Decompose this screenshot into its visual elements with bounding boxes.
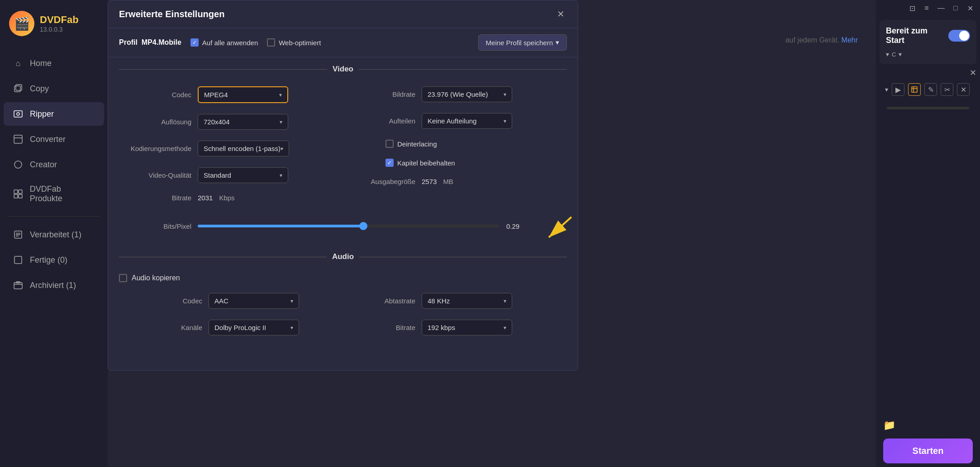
output-size-value: 2573 bbox=[422, 178, 437, 185]
sample-rate-row: Abtastrate 48 KHz ▾ bbox=[343, 288, 556, 314]
sidebar-item-copy-label: Copy bbox=[30, 84, 49, 94]
split-arrow-icon: ▾ bbox=[504, 118, 506, 124]
scissor-button[interactable]: ✂ bbox=[941, 83, 953, 96]
ripper-icon bbox=[13, 108, 24, 119]
close-button[interactable]: ✕ bbox=[966, 4, 975, 13]
products-icon bbox=[13, 189, 24, 199]
audio-bitrate-row: Bitrate 192 kbps ▾ bbox=[343, 314, 556, 341]
audio-bitrate-select[interactable]: 192 kbps ▾ bbox=[422, 320, 512, 335]
channels-select[interactable]: Dolby ProLogic II ▾ bbox=[209, 320, 299, 335]
right-panel-header: ⊡ ≡ — □ ✕ bbox=[876, 0, 980, 16]
svg-rect-8 bbox=[19, 190, 22, 193]
channels-arrow-icon: ▾ bbox=[290, 325, 293, 331]
audio-codec-arrow-icon: ▾ bbox=[290, 298, 293, 304]
converter-icon bbox=[13, 134, 24, 145]
sidebar-item-fertige-label: Fertige (0) bbox=[30, 255, 67, 265]
chapters-checkbox-box[interactable] bbox=[385, 159, 394, 167]
sidebar-item-home[interactable]: ⌂ Home bbox=[4, 52, 104, 75]
audio-codec-label: Codec bbox=[130, 297, 202, 305]
apply-all-checkbox[interactable]: Auf alle anwenden bbox=[190, 38, 258, 47]
audio-copy-checkbox-box[interactable] bbox=[119, 274, 127, 282]
logo-icon: 🎬 bbox=[9, 11, 34, 36]
svg-rect-7 bbox=[14, 190, 18, 193]
sidebar-item-converter-label: Converter bbox=[30, 135, 66, 144]
ready-toggle[interactable] bbox=[948, 30, 970, 42]
finished-icon bbox=[13, 255, 24, 265]
sidebar-item-creator[interactable]: Creator bbox=[4, 153, 104, 176]
sidebar-divider bbox=[7, 216, 100, 217]
folder-icon[interactable]: 📁 bbox=[883, 420, 895, 431]
creator-icon bbox=[13, 159, 24, 170]
codec-select[interactable]: MPEG4 ▾ bbox=[198, 86, 288, 103]
codec-row: Codec MPEG4 ▾ bbox=[119, 81, 343, 108]
sidebar-item-creator-label: Creator bbox=[30, 160, 57, 170]
section-line-left bbox=[119, 69, 327, 70]
codec-arrow-icon: ▾ bbox=[279, 92, 282, 98]
output-size-unit: MB bbox=[443, 178, 453, 185]
web-optimized-checkbox-box[interactable] bbox=[267, 38, 275, 47]
quality-arrow-icon: ▾ bbox=[280, 172, 282, 179]
split-select[interactable]: Keine Aufteilung ▾ bbox=[422, 113, 512, 129]
audio-codec-value: AAC bbox=[214, 297, 228, 305]
bits-pixel-slider-track[interactable] bbox=[198, 225, 499, 227]
apply-all-label: Auf alle anwenden bbox=[202, 39, 258, 47]
video-right-column: Bildrate 23.976 (Wie Quelle) ▾ Aufteilen… bbox=[343, 81, 567, 207]
bits-pixel-row: Bits/Pixel 0.29 bbox=[108, 207, 578, 245]
framerate-row: Bildrate 23.976 (Wie Quelle) ▾ bbox=[343, 81, 567, 108]
edit-button[interactable]: ✎ bbox=[924, 83, 937, 96]
monitor-icon: ⊡ bbox=[908, 4, 917, 13]
sample-rate-label: Abtastrate bbox=[343, 297, 415, 305]
quality-row: Video-Qualität Standard ▾ bbox=[119, 162, 343, 189]
maximize-button[interactable]: □ bbox=[951, 4, 960, 13]
app-version: 13.0.0.3 bbox=[40, 26, 79, 33]
deinterlacing-label: Deinterlacing bbox=[397, 140, 437, 148]
resolution-select[interactable]: 720x404 ▾ bbox=[198, 114, 288, 130]
play-button[interactable]: ▶ bbox=[892, 83, 904, 96]
apply-all-checkbox-box[interactable] bbox=[190, 38, 199, 47]
panel-close-icon[interactable]: ✕ bbox=[970, 68, 976, 78]
main-area: auf jedem Gerät. Mehr Erweiterte Einstel… bbox=[108, 0, 876, 467]
sidebar-item-archiviert[interactable]: Archiviert (1) bbox=[4, 274, 104, 297]
audio-section-content: Audio kopieren Codec AAC ▾ Kanäle Dolb bbox=[108, 269, 578, 341]
audio-codec-select[interactable]: AAC ▾ bbox=[209, 293, 299, 309]
video-form-grid: Codec MPEG4 ▾ Auflösung 720x404 ▾ Kodier… bbox=[108, 81, 578, 207]
minimize-button[interactable]: — bbox=[937, 4, 946, 13]
bits-pixel-slider-fill bbox=[198, 225, 363, 227]
app-brand: DVDFab bbox=[40, 14, 79, 26]
sidebar-item-ripper[interactable]: Ripper bbox=[4, 102, 104, 126]
down-chevron-icon: ▾ bbox=[886, 51, 889, 58]
sidebar-item-dvdfab-produkte[interactable]: DVDFab Produkte bbox=[4, 178, 104, 210]
start-button[interactable]: Starten bbox=[883, 439, 973, 463]
audio-bitrate-arrow-icon: ▾ bbox=[504, 325, 506, 331]
codec-value: MPEG4 bbox=[204, 91, 228, 99]
second-chevron-icon: ▾ bbox=[899, 51, 902, 58]
save-profile-button[interactable]: Meine Profil speichern ▾ bbox=[478, 34, 567, 51]
deinterlacing-checkbox-box[interactable] bbox=[385, 140, 394, 148]
sidebar-item-verarbeitet[interactable]: Verarbeitet (1) bbox=[4, 223, 104, 246]
encoding-select[interactable]: Schnell encoden (1-pass) ▾ bbox=[198, 141, 289, 156]
mehr-link[interactable]: Mehr bbox=[842, 36, 858, 44]
audio-copy-row: Audio kopieren bbox=[119, 269, 567, 288]
dialog-toolbar: Profil MP4.Mobile Auf alle anwenden Web-… bbox=[108, 28, 578, 57]
bitrate-label: Bitrate bbox=[119, 194, 191, 202]
sidebar-item-converter[interactable]: Converter bbox=[4, 127, 104, 151]
framerate-select[interactable]: 23.976 (Wie Quelle) ▾ bbox=[422, 86, 512, 102]
sample-rate-select[interactable]: 48 KHz ▾ bbox=[422, 293, 512, 309]
quality-select[interactable]: Standard ▾ bbox=[198, 167, 288, 183]
web-optimized-checkbox[interactable]: Web-optimiert bbox=[267, 38, 321, 47]
menu-icon[interactable]: ≡ bbox=[922, 4, 931, 13]
highlighted-media-button[interactable] bbox=[908, 83, 921, 96]
deinterlacing-checkbox[interactable]: Deinterlacing bbox=[385, 140, 437, 148]
chapters-checkbox[interactable]: Kapitel beibehalten bbox=[385, 159, 455, 167]
bits-pixel-slider-thumb[interactable] bbox=[359, 222, 367, 230]
dropdown-value: C bbox=[892, 51, 896, 58]
audio-bitrate-value: 192 kbps bbox=[428, 324, 455, 331]
framerate-arrow-icon: ▾ bbox=[504, 91, 506, 98]
sidebar-item-fertige[interactable]: Fertige (0) bbox=[4, 248, 104, 272]
resolution-value: 720x404 bbox=[204, 118, 230, 126]
home-icon: ⌂ bbox=[13, 58, 24, 69]
remove-button[interactable]: ✕ bbox=[957, 83, 970, 96]
sidebar-item-copy[interactable]: Copy bbox=[4, 77, 104, 100]
dialog-close-button[interactable]: ✕ bbox=[554, 8, 567, 20]
chapters-label: Kapitel beibehalten bbox=[397, 159, 455, 167]
